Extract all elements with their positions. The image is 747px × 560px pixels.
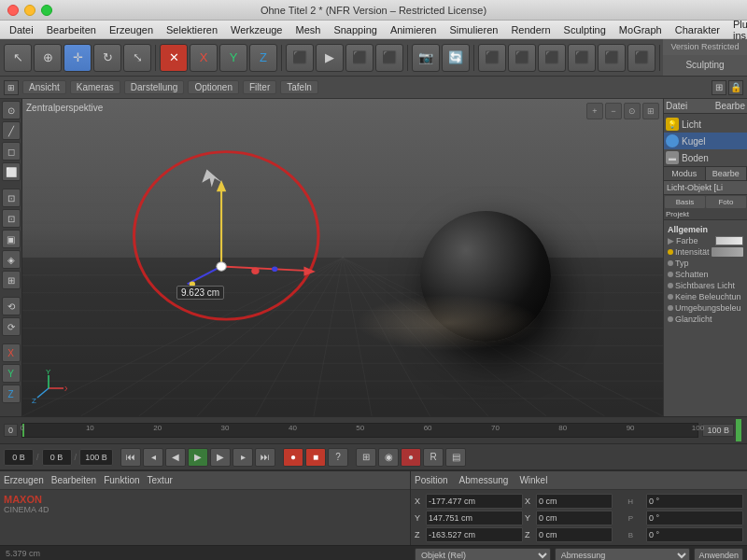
z-angle-input[interactable] (646, 527, 743, 542)
farbe-swatch[interactable] (715, 236, 743, 245)
ansicht-menu[interactable]: Ansicht (22, 80, 66, 94)
rec2-btn[interactable]: ● (401, 448, 421, 467)
menu-werkzeuge[interactable]: Werkzeuge (225, 23, 288, 36)
prev-key-btn[interactable]: ◂ (143, 448, 163, 467)
menu-sculpting[interactable]: Sculpting (558, 23, 612, 36)
frame-start-field[interactable] (4, 449, 34, 466)
tafeln-menu[interactable]: Tafeln (280, 80, 318, 94)
object-boden[interactable]: ▬ Boden (664, 149, 747, 166)
render-region-btn[interactable]: ⬛ (286, 44, 314, 72)
z-pos-input[interactable] (426, 527, 523, 542)
vp-fit-btn[interactable]: ⊙ (624, 103, 641, 119)
rotate-tool-btn[interactable]: ↻ (93, 44, 121, 72)
marker2-btn[interactable]: ▤ (445, 448, 466, 467)
bottom-erzeugen-menu[interactable]: Erzeugen (4, 475, 44, 485)
go-start-btn[interactable]: ⏮ (120, 448, 141, 467)
render-btn[interactable]: ⬛ (345, 44, 374, 72)
basis-tab[interactable]: Basis (665, 196, 705, 208)
marker-btn[interactable]: R (423, 448, 444, 467)
obj5-btn[interactable]: ⬛ (598, 44, 626, 72)
scale-tool-btn[interactable]: ⤡ (123, 44, 151, 72)
viewport-lock-btn[interactable]: 🔒 (728, 80, 743, 95)
cam-btn[interactable]: 📷 (412, 44, 440, 72)
keyframe-btn[interactable]: ? (328, 448, 348, 467)
menu-mograph[interactable]: MoGraph (613, 23, 668, 36)
menu-snapping[interactable]: Snapping (328, 23, 383, 36)
frame-current-field[interactable] (42, 449, 72, 466)
optionen-menu[interactable]: Optionen (188, 80, 239, 94)
axis1-btn[interactable]: X (2, 343, 21, 362)
vp-zoom-out-btn[interactable]: − (605, 103, 622, 119)
vp-grid-btn[interactable]: ⊞ (642, 103, 659, 119)
x-angle-input[interactable] (646, 494, 743, 509)
go-end-btn[interactable]: ⏭ (255, 448, 275, 467)
x-pos-input[interactable] (426, 494, 523, 509)
menu-mesh[interactable]: Mesh (289, 23, 326, 36)
schatten-tab[interactable]: Foto (706, 196, 746, 208)
sichtbares-row[interactable]: Sichtbares Licht (668, 280, 743, 291)
x-size-input[interactable] (536, 494, 613, 509)
menu-charakter[interactable]: Charakter (669, 23, 726, 36)
cam2-btn[interactable]: 🔄 (442, 44, 470, 72)
play-btn[interactable]: ▶ (188, 448, 208, 467)
prev-frame-btn[interactable]: ◀ (165, 448, 186, 467)
obj4-btn[interactable]: ⬛ (568, 44, 596, 72)
close-button[interactable] (7, 5, 19, 16)
tool2-btn[interactable]: ⊡ (2, 209, 21, 228)
points-mode-btn[interactable]: ⊙ (2, 101, 21, 119)
move-tool-btn[interactable]: ✛ (63, 44, 92, 72)
maximize-button[interactable] (41, 5, 52, 16)
snap1-btn[interactable]: ⟲ (2, 297, 21, 315)
menu-plugins[interactable]: Plug-ins (727, 18, 747, 42)
darstellung-menu[interactable]: Darstellung (124, 80, 185, 94)
menu-rendern[interactable]: Rendern (505, 23, 556, 36)
x-axis-btn[interactable]: X (190, 44, 218, 72)
menu-datei[interactable]: Datei (4, 23, 39, 36)
apply-button[interactable]: Anwenden (694, 548, 743, 560)
viewport-expand-btn[interactable]: ⊞ (712, 80, 726, 95)
timeline-track[interactable]: 0 10 20 30 40 50 60 70 80 90 100 (21, 423, 698, 438)
timeline-end-marker[interactable] (736, 419, 741, 441)
axis3-btn[interactable]: Z (2, 385, 21, 403)
bottom-bearbeiten-menu[interactable]: Bearbeiten (51, 475, 96, 485)
z-axis-btn[interactable]: Z (249, 44, 277, 72)
next-frame-btn[interactable]: ▶ (210, 448, 231, 467)
z-size-input[interactable] (536, 527, 613, 542)
render-all-btn[interactable]: ⬛ (375, 44, 403, 72)
model-mode-btn[interactable]: ⬜ (2, 162, 21, 181)
undo-btn[interactable]: ✕ (160, 44, 188, 72)
menu-simulieren[interactable]: Simulieren (444, 23, 503, 36)
frame-end-field[interactable] (79, 449, 113, 466)
menu-animieren[interactable]: Animieren (385, 23, 443, 36)
y-size-input[interactable] (536, 511, 613, 525)
minimize-button[interactable] (24, 5, 35, 16)
glanz-row[interactable]: Glanzlicht (668, 314, 743, 325)
tool1-btn[interactable]: ⊡ (2, 189, 21, 207)
live-selection-btn[interactable]: ⊕ (34, 44, 62, 72)
coord-mode-dropdown[interactable]: Objekt (Rel) (415, 548, 551, 560)
umgebung-row[interactable]: Umgebungsbeleu (668, 302, 743, 314)
cursor-tool-btn[interactable]: ↖ (4, 44, 32, 72)
bottom-funktion-menu[interactable]: Funktion (104, 475, 139, 485)
typ-row[interactable]: Typ (668, 258, 743, 269)
record-btn[interactable]: ● (283, 448, 303, 467)
obj2-btn[interactable]: ⬛ (508, 44, 536, 72)
obj1-btn[interactable]: ⬛ (478, 44, 506, 72)
obj6-btn[interactable]: ⬛ (627, 44, 655, 72)
menu-bearbeiten[interactable]: Bearbeiten (41, 23, 102, 36)
kameras-menu[interactable]: Kameras (70, 80, 120, 94)
edges-mode-btn[interactable]: ╱ (2, 121, 21, 140)
object-licht[interactable]: 💡 Licht (664, 116, 747, 133)
loop-btn[interactable]: ◉ (378, 448, 399, 467)
snap2-btn[interactable]: ⟳ (2, 317, 21, 336)
object-kugel[interactable]: Kugel (664, 133, 747, 149)
y-angle-input[interactable] (646, 511, 743, 525)
3d-viewport[interactable]: 9.623 cm Zentralperspektive + − ⊙ ⊞ X Y … (22, 99, 663, 416)
snap-btn[interactable]: ⊞ (356, 448, 376, 467)
filter-menu[interactable]: Filter (243, 80, 276, 94)
viewport-icon-btn[interactable]: ⊞ (4, 80, 19, 95)
axis2-btn[interactable]: Y (2, 364, 21, 383)
tool5-btn[interactable]: ⊞ (2, 271, 21, 289)
menu-selektieren[interactable]: Selektieren (161, 23, 223, 36)
measurement-dropdown[interactable]: Abmessung (555, 548, 691, 560)
